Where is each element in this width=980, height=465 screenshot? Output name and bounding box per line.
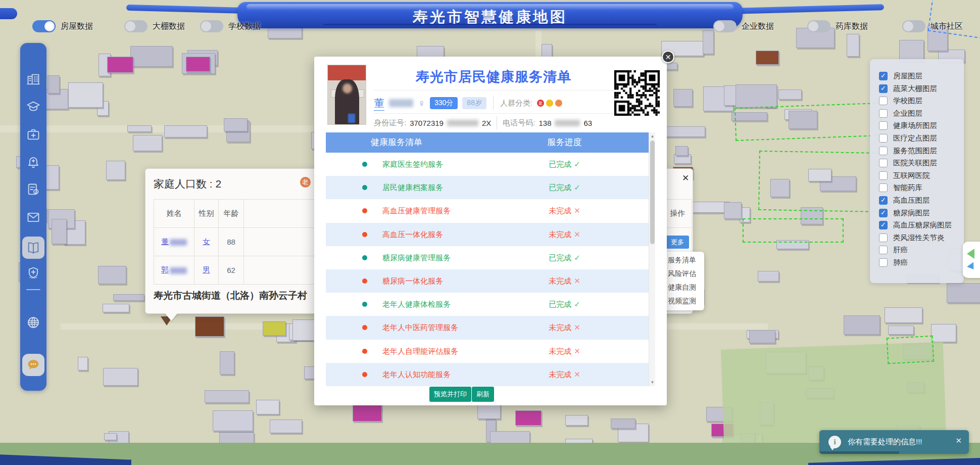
layer-item-arthritis[interactable]: 类风湿性关节炎 bbox=[879, 234, 964, 242]
group-class-label: 人群分类: bbox=[500, 99, 532, 108]
service-name-link[interactable]: 老年人中医药管理服务 bbox=[382, 323, 458, 333]
layer-item-house[interactable]: 房屋图层 bbox=[879, 72, 964, 80]
layer-item-greenhouse[interactable]: 蔬菜大棚图层 bbox=[879, 84, 964, 93]
member-gender-link[interactable]: 男 bbox=[203, 265, 210, 274]
toggle-label: 大棚数据 bbox=[153, 21, 185, 32]
medkit-icon[interactable] bbox=[26, 127, 40, 142]
checkbox[interactable] bbox=[879, 258, 888, 267]
layer-item-hyper-diabetes[interactable]: 高血压糖尿病图层 bbox=[879, 221, 964, 229]
layer-label: 健康场所图层 bbox=[893, 121, 937, 130]
status-mark-icon: ✕ bbox=[574, 206, 580, 215]
print-button[interactable]: 预览并打印 bbox=[429, 387, 471, 402]
service-name-link[interactable]: 老年人认知功能服务 bbox=[382, 369, 451, 379]
layer-item-medical-point[interactable]: 医疗定点图层 bbox=[879, 134, 964, 143]
member-name-link[interactable]: 郭 bbox=[161, 265, 169, 274]
status-dot-icon bbox=[362, 185, 367, 190]
toggle-switch[interactable] bbox=[902, 20, 925, 32]
service-name-link[interactable]: 老年人自理能评估服务 bbox=[382, 346, 458, 356]
blurred-phone bbox=[555, 120, 580, 126]
close-icon[interactable]: ✕ bbox=[680, 171, 691, 185]
panel-collapse-button[interactable] bbox=[963, 242, 980, 278]
chat-icon[interactable] bbox=[22, 354, 44, 376]
service-name-link[interactable]: 高血压健康管理服务 bbox=[382, 206, 451, 216]
layer-label: 高血压糖尿病图层 bbox=[893, 220, 952, 230]
refresh-button[interactable]: 刷新 bbox=[472, 387, 494, 402]
layer-item-school[interactable]: 学校图层 bbox=[879, 97, 964, 105]
modal-close-icon[interactable]: ✕ bbox=[662, 51, 674, 63]
person-name-link[interactable]: 董 bbox=[374, 96, 384, 111]
shield-plus-icon[interactable] bbox=[26, 266, 40, 280]
building-icon[interactable] bbox=[26, 72, 40, 86]
service-name-link[interactable]: 糖尿病健康管理服务 bbox=[382, 253, 451, 262]
checkbox[interactable] bbox=[879, 183, 888, 192]
toggle-enterprise-data[interactable]: 企业数据 bbox=[713, 20, 774, 32]
checkbox[interactable] bbox=[879, 121, 888, 130]
toggle-greenhouse-data[interactable]: 大棚数据 bbox=[124, 20, 185, 32]
toggle-knob bbox=[44, 21, 55, 31]
toast-close-icon[interactable]: ✕ bbox=[955, 436, 962, 445]
status-mark-icon: ✕ bbox=[574, 276, 580, 285]
layer-item-liver-cancer[interactable]: 肝癌 bbox=[879, 246, 964, 254]
checkbox[interactable] bbox=[879, 72, 888, 80]
layers-panel: 房屋图层 蔬菜大棚图层 学校图层 企业图层 健康场所图层 医疗定点图层 服务范围… bbox=[870, 59, 964, 283]
member-name-link[interactable]: 董 bbox=[161, 237, 169, 246]
checkbox[interactable] bbox=[879, 84, 888, 93]
checkbox[interactable] bbox=[879, 134, 888, 143]
toggle-switch[interactable] bbox=[200, 20, 223, 32]
toggle-house-data[interactable]: 房屋数据 bbox=[32, 20, 93, 32]
checkbox[interactable] bbox=[879, 246, 888, 254]
globe-icon[interactable] bbox=[26, 315, 40, 330]
toggle-switch[interactable] bbox=[713, 20, 737, 32]
service-row: 高血压一体化服务 未完成✕ bbox=[326, 223, 649, 246]
checkbox[interactable] bbox=[879, 109, 888, 118]
layer-item-smart-pharmacy[interactable]: 智能药库 bbox=[879, 183, 964, 192]
layer-label: 医院关联图层 bbox=[893, 158, 937, 168]
scrollbar[interactable]: ▲ ▼ bbox=[649, 132, 655, 386]
layer-item-hypertension[interactable]: 高血压图层 bbox=[879, 196, 964, 205]
member-gender-link[interactable]: 女 bbox=[203, 237, 210, 246]
service-status: 未完成✕ bbox=[528, 206, 601, 216]
checkbox[interactable] bbox=[879, 147, 888, 155]
elder-badge-icon: 老 bbox=[300, 177, 311, 188]
checkbox[interactable] bbox=[879, 221, 888, 229]
scroll-down-icon[interactable]: ▼ bbox=[649, 380, 656, 385]
health-service-modal: 寿光市居民健康服务清单 董 ♀ 330分 88岁 人群分类: 老 身份证号: 3… bbox=[314, 57, 667, 405]
service-name-link[interactable]: 居民健康档案服务 bbox=[382, 183, 443, 193]
layer-item-lung-cancer[interactable]: 肺癌 bbox=[879, 258, 964, 267]
toggle-community-data[interactable]: 城市社区 bbox=[902, 20, 963, 32]
checkbox[interactable] bbox=[879, 171, 888, 180]
mail-icon[interactable] bbox=[26, 210, 40, 224]
toggle-switch[interactable] bbox=[807, 20, 830, 32]
more-button[interactable]: 更多 bbox=[666, 236, 689, 249]
service-name-link[interactable]: 家庭医生签约服务 bbox=[382, 160, 443, 169]
layer-item-health-place[interactable]: 健康场所图层 bbox=[879, 121, 964, 130]
bell-plus-icon[interactable] bbox=[26, 155, 40, 169]
scroll-up-icon[interactable]: ▲ bbox=[649, 134, 656, 138]
school-cap-icon[interactable] bbox=[26, 100, 40, 114]
toggle-switch[interactable] bbox=[124, 20, 148, 32]
family-address: 寿光市古城街道（北洛）南孙云子村 bbox=[154, 289, 307, 302]
checkbox[interactable] bbox=[879, 159, 888, 167]
layer-label: 医疗定点图层 bbox=[893, 133, 937, 143]
col-age: 年龄 bbox=[219, 200, 244, 228]
layer-item-service-range[interactable]: 服务范围图层 bbox=[879, 147, 964, 155]
layer-item-internet-hospital[interactable]: 互联网医院 bbox=[879, 171, 964, 180]
service-name-link[interactable]: 糖尿病一体化服务 bbox=[382, 276, 443, 286]
toggle-label: 企业数据 bbox=[742, 21, 774, 32]
checkbox[interactable] bbox=[879, 234, 888, 242]
toggle-pharmacy-data[interactable]: 药库数据 bbox=[807, 20, 868, 32]
layer-item-enterprise[interactable]: 企业图层 bbox=[879, 109, 964, 118]
notification-toast[interactable]: i 你有需要处理的信息!!! ✕ bbox=[819, 430, 969, 454]
toggle-switch[interactable] bbox=[32, 20, 56, 32]
service-name-link[interactable]: 老年人健康体检服务 bbox=[382, 300, 451, 309]
checkbox[interactable] bbox=[879, 209, 888, 217]
report-info-icon[interactable] bbox=[26, 182, 40, 197]
book-open-icon[interactable] bbox=[22, 237, 44, 259]
toggle-school-data[interactable]: 学校数据 bbox=[200, 20, 261, 32]
checkbox[interactable] bbox=[879, 196, 888, 205]
layer-item-diabetes[interactable]: 糖尿病图层 bbox=[879, 209, 964, 217]
checkbox[interactable] bbox=[879, 97, 888, 105]
service-name-link[interactable]: 高血压一体化服务 bbox=[382, 229, 443, 239]
layer-item-hospital-link[interactable]: 医院关联图层 bbox=[879, 159, 964, 167]
scroll-thumb[interactable] bbox=[650, 141, 655, 244]
